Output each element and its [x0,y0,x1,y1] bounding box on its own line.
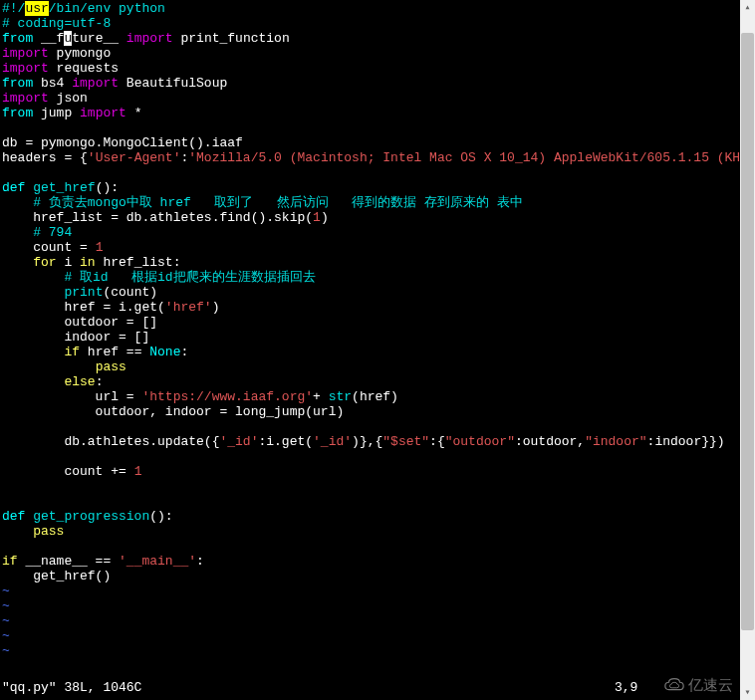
code-line: pass [2,360,738,375]
code-line: from __future__ import print_function [2,32,738,47]
code-line: db.athletes.update({'_id':i.get('_id')},… [2,435,738,450]
end-of-buffer: ~ [2,599,738,614]
code-line: import requests [2,62,738,77]
blank-line [2,540,738,555]
code-line: # 负责去mongo中取 href 取到了 然后访问 得到的数据 存到原来的 表… [2,196,738,211]
cloud-icon [663,676,685,694]
vertical-scrollbar[interactable]: ▴ ▾ [740,0,755,700]
code-line: outdoor = [] [2,316,738,331]
code-line: #!/usr/bin/env python [2,2,738,17]
code-line: from bs4 import BeautifulSoup [2,77,738,92]
code-line: def get_progression(): [2,510,738,525]
code-line: if href == None: [2,346,738,360]
code-line: href_list = db.athletes.find().skip(1) [2,211,738,226]
blank-line [2,450,738,465]
code-line: from jump import * [2,107,738,121]
code-line: else: [2,375,738,390]
code-line: # coding=utf-8 [2,17,738,32]
code-line: import pymongo [2,47,738,62]
blank-line [2,420,738,435]
status-line-file: "qq.py" 38L, 1046C [2,681,141,696]
code-line: get_href() [2,570,738,584]
code-line: # 取id 根据id把爬来的生涯数据插回去 [2,271,738,286]
blank-line [2,121,738,136]
code-line: print(count) [2,286,738,301]
code-line: def get_href(): [2,181,738,196]
blank-line [2,495,738,510]
code-line: for i in href_list: [2,256,738,271]
code-line: url = 'https://www.iaaf.org'+ str(href) [2,390,738,405]
end-of-buffer: ~ [2,584,738,599]
end-of-buffer: ~ [2,644,738,659]
code-line: href = i.get('href') [2,301,738,316]
code-line: indoor = [] [2,331,738,346]
scrollbar-track[interactable] [740,15,755,685]
scrollbar-arrow-up-icon[interactable]: ▴ [742,2,753,13]
code-line: count = 1 [2,241,738,256]
end-of-buffer: ~ [2,629,738,644]
watermark-text: 亿速云 [688,676,733,693]
code-line: count += 1 [2,465,738,480]
blank-line [2,166,738,181]
scrollbar-thumb[interactable] [741,33,754,630]
code-editor[interactable]: #!/usr/bin/env python # coding=utf-8 fro… [0,0,740,700]
code-line: db = pymongo.MongoClient().iaaf [2,136,738,151]
search-highlight: usr [25,1,48,16]
code-line: if __name__ == '__main__': [2,555,738,570]
end-of-buffer: ~ [2,614,738,629]
code-line: import json [2,92,738,107]
code-line: pass [2,525,738,540]
status-line-position: 3,9 [615,681,637,696]
code-line: outdoor, indoor = long_jump(url) [2,405,738,420]
blank-line [2,480,738,495]
code-line: headers = {'User-Agent':'Mozilla/5.0 (Ma… [2,151,738,166]
watermark: 亿速云 [663,676,733,694]
scrollbar-arrow-down-icon[interactable]: ▾ [742,687,753,698]
code-line: # 794 [2,226,738,241]
